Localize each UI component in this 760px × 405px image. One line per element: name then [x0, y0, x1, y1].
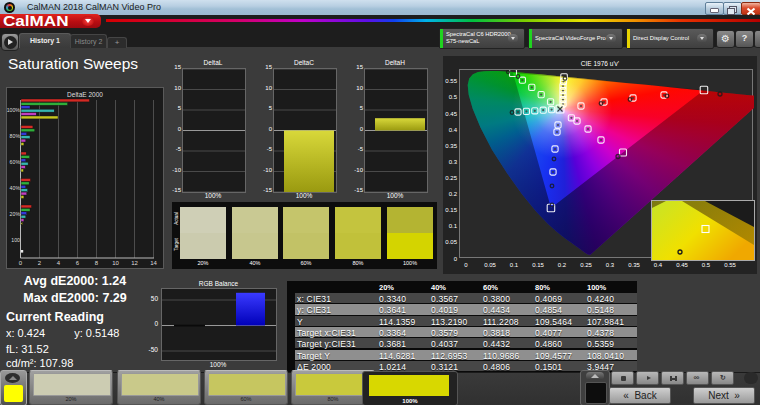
svg-text:100%: 100%	[7, 107, 20, 113]
svg-text:6: 6	[76, 260, 80, 266]
svg-text:12: 12	[131, 260, 138, 266]
svg-text:10: 10	[112, 260, 119, 266]
svg-text:80%: 80%	[10, 133, 21, 139]
svg-text:100: 100	[11, 237, 20, 243]
svg-text:20%: 20%	[10, 211, 21, 217]
svg-text:2: 2	[38, 260, 42, 266]
svg-text:DeltaE 2000: DeltaE 2000	[67, 91, 103, 98]
svg-text:14: 14	[150, 260, 157, 266]
svg-text:0: 0	[19, 260, 23, 266]
svg-text:4: 4	[57, 260, 61, 266]
svg-text:60%: 60%	[10, 159, 21, 165]
svg-text:40%: 40%	[10, 185, 21, 191]
svg-text:8: 8	[95, 260, 99, 266]
